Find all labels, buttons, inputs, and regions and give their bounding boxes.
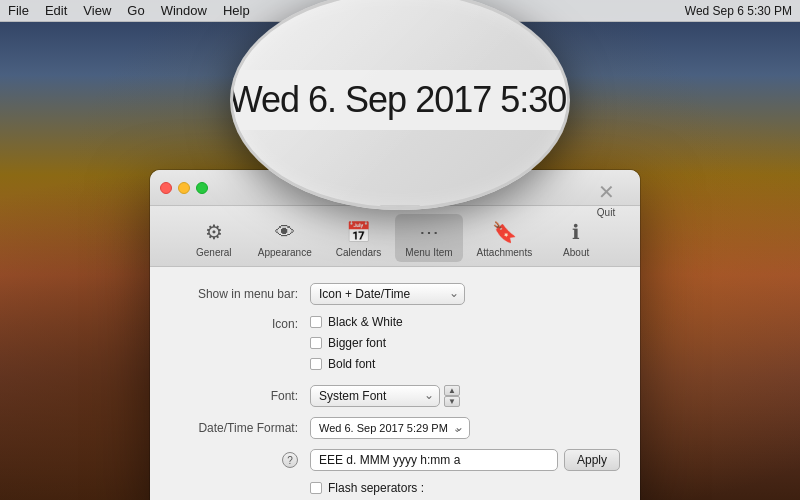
bigger-font-row: Bigger font xyxy=(310,336,403,350)
icon-label: Icon: xyxy=(170,315,310,331)
font-label: Font: xyxy=(170,389,310,403)
about-icon: ℹ xyxy=(562,218,590,246)
flash-checkbox[interactable] xyxy=(310,482,322,494)
font-stepper: ▲ ▼ xyxy=(444,385,460,407)
preferences-window: Preferences ⚙ General 👁 Appearance 📅 Cal… xyxy=(150,170,640,500)
datetime-label: Date/Time Format: xyxy=(170,421,310,435)
datetime-control: Wed 6. Sep 2017 5:29 PM ⌄ xyxy=(310,417,470,439)
flash-label: Flash seperators : xyxy=(328,481,424,495)
toolbar-appearance-label: Appearance xyxy=(258,247,312,258)
toolbar-appearance[interactable]: 👁 Appearance xyxy=(248,214,322,262)
icon-checkboxes: Black & White Bigger font Bold font xyxy=(310,315,403,375)
quit-label[interactable]: Quit xyxy=(597,207,615,218)
apply-button[interactable]: Apply xyxy=(564,449,620,471)
menubar-window[interactable]: Window xyxy=(161,3,207,18)
bigger-font-label: Bigger font xyxy=(328,336,386,350)
format-string-row: ? EEE d. MMM yyyy h:mm a Apply xyxy=(170,449,620,471)
calendars-icon: 📅 xyxy=(345,218,373,246)
menubar-right: Wed Sep 6 5:30 PM xyxy=(685,4,792,18)
appearance-icon: 👁 xyxy=(271,218,299,246)
format-string-field[interactable]: EEE d. MMM yyyy h:mm a xyxy=(310,449,558,471)
magnifier: 6 Wed 6. Sep 2017 5:30 PM xyxy=(230,0,570,210)
preferences-content: Show in menu bar: Icon + Date/Time Icon … xyxy=(150,267,640,500)
toolbar-calendars[interactable]: 📅 Calendars xyxy=(326,214,392,262)
toolbar-general[interactable]: ⚙ General xyxy=(184,214,244,262)
titlebar-buttons xyxy=(160,182,208,194)
show-in-menubar-row: Show in menu bar: Icon + Date/Time Icon … xyxy=(170,283,620,305)
toolbar-about-label: About xyxy=(563,247,589,258)
toolbar-general-label: General xyxy=(196,247,232,258)
menubar-edit[interactable]: Edit xyxy=(45,3,67,18)
magnifier-pointer xyxy=(380,205,420,210)
toolbar: ⚙ General 👁 Appearance 📅 Calendars ⋯ Men… xyxy=(150,206,640,267)
datetime-row: Date/Time Format: Wed 6. Sep 2017 5:29 P… xyxy=(170,417,620,439)
font-stepper-up[interactable]: ▲ xyxy=(444,385,460,396)
magnifier-datetime: Wed 6. Sep 2017 5:30 PM xyxy=(230,79,570,121)
black-white-checkbox[interactable] xyxy=(310,316,322,328)
bold-font-checkbox[interactable] xyxy=(310,358,322,370)
font-select-wrapper: System Font xyxy=(310,385,440,407)
show-in-menubar-label: Show in menu bar: xyxy=(170,287,310,301)
toolbar-menuitem[interactable]: ⋯ Menu Item xyxy=(395,214,462,262)
desktop: File Edit View Go Window Help Wed Sep 6 … xyxy=(0,0,800,500)
magnifier-content: 6 Wed 6. Sep 2017 5:30 PM xyxy=(230,70,570,130)
general-icon: ⚙ xyxy=(200,218,228,246)
font-select[interactable]: System Font xyxy=(310,385,440,407)
menubar-left: File Edit View Go Window Help xyxy=(8,3,250,18)
minimize-button[interactable] xyxy=(178,182,190,194)
toolbar-attachments-label: Attachments xyxy=(477,247,533,258)
bigger-font-checkbox[interactable] xyxy=(310,337,322,349)
bold-font-label: Bold font xyxy=(328,357,375,371)
black-white-label: Black & White xyxy=(328,315,403,329)
flash-separators-row: Flash seperators : xyxy=(310,481,620,499)
menubar-clock: Wed Sep 6 5:30 PM xyxy=(685,4,792,18)
menubar-help[interactable]: Help xyxy=(223,3,250,18)
bold-font-row: Bold font xyxy=(310,357,403,371)
datetime-value: Wed 6. Sep 2017 5:29 PM xyxy=(319,422,448,434)
maximize-button[interactable] xyxy=(196,182,208,194)
menubar-file[interactable]: File xyxy=(8,3,29,18)
show-in-menubar-select[interactable]: Icon + Date/Time Icon Only Date/Time Onl… xyxy=(310,283,465,305)
datetime-field[interactable]: Wed 6. Sep 2017 5:29 PM ⌄ xyxy=(310,417,470,439)
icon-row: Icon: Black & White Bigger font Bold fon… xyxy=(170,315,620,375)
close-button[interactable] xyxy=(160,182,172,194)
show-in-menubar-control: Icon + Date/Time Icon Only Date/Time Onl… xyxy=(310,283,465,305)
menuitem-icon: ⋯ xyxy=(415,218,443,246)
flash-checkbox-row: Flash seperators : xyxy=(310,481,424,495)
font-stepper-down[interactable]: ▼ xyxy=(444,396,460,407)
font-row: Font: System Font ▲ ▼ xyxy=(170,385,620,407)
black-white-row: Black & White xyxy=(310,315,403,329)
menubar-go[interactable]: Go xyxy=(127,3,144,18)
toolbar-attachments[interactable]: 🔖 Attachments xyxy=(467,214,543,262)
toolbar-about[interactable]: ℹ About xyxy=(546,214,606,262)
datetime-select-wrapper: Wed 6. Sep 2017 5:29 PM ⌄ xyxy=(310,417,470,439)
font-control: System Font ▲ ▼ xyxy=(310,385,460,407)
help-button[interactable]: ? xyxy=(282,452,298,468)
show-in-menubar-select-wrapper: Icon + Date/Time Icon Only Date/Time Onl… xyxy=(310,283,465,305)
datetime-chevron: ⌄ xyxy=(453,423,461,434)
toolbar-menuitem-label: Menu Item xyxy=(405,247,452,258)
toolbar-calendars-label: Calendars xyxy=(336,247,382,258)
attachments-icon: 🔖 xyxy=(490,218,518,246)
format-string-value: EEE d. MMM yyyy h:mm a xyxy=(319,453,460,467)
menubar-view[interactable]: View xyxy=(83,3,111,18)
